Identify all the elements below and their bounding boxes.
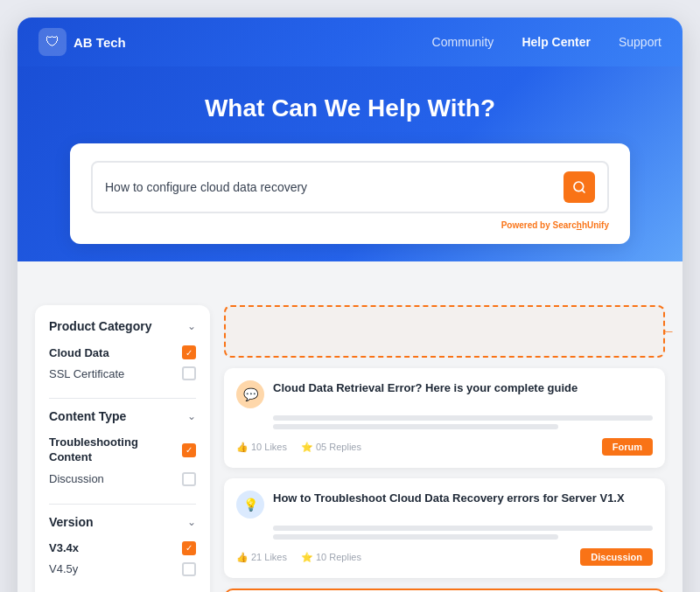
card-header-1: 💬 Cloud Data Retrieval Error? Here is yo… — [236, 380, 653, 408]
sidebar-filters: Product Category ⌄ Cloud Data ✓ SSL Cert… — [35, 305, 210, 592]
filter-item-v45: V4.5y — [49, 559, 196, 580]
nav-link-support[interactable]: Support — [619, 35, 662, 49]
card-meta-1: 👍 10 Likes ⭐ 05 Replies — [236, 442, 361, 453]
card-title-1: Cloud Data Retrieval Error? Here is your… — [273, 380, 653, 396]
top-nav: 🛡 AB Tech Community Help Center Support — [18, 17, 682, 66]
filter-item-label: V3.4x — [49, 541, 79, 554]
card-header-2: 💡 How to Troubleshoot Cloud Data Recover… — [236, 491, 653, 519]
search-input[interactable] — [105, 180, 556, 194]
placeholder-area: ← — [224, 305, 665, 358]
hero-title: What Can We Help With? — [52, 94, 648, 122]
result-card-3-wrapper: ▶ Configuring Data Restoration Error: 5 … — [224, 589, 665, 592]
filter-item-label: SSL Certificate — [49, 367, 124, 380]
checkbox-v45[interactable] — [182, 562, 196, 576]
filter-content-type: Content Type ⌄ Troubleshooting Content ✓… — [49, 409, 196, 490]
checkbox-discussion[interactable] — [182, 472, 196, 486]
logo-icon: 🛡 — [38, 28, 66, 56]
likes-count-2: 👍 21 Likes — [236, 552, 287, 563]
card-line — [273, 415, 653, 421]
search-bar — [91, 161, 609, 213]
placeholder-box — [224, 305, 665, 358]
result-badge-1[interactable]: Forum — [602, 438, 653, 456]
filter-content-type-title: Content Type — [49, 409, 126, 423]
hero-section: What Can We Help With? Powered by Search… — [18, 66, 682, 261]
filter-item-v34: V3.4x ✓ — [49, 538, 196, 559]
arrow-icon: ← — [660, 323, 676, 341]
results-panel: ← 💬 Cloud Data Retrieval Error? Here is … — [224, 305, 665, 592]
checkbox-ssl[interactable] — [182, 366, 196, 380]
search-button[interactable] — [564, 171, 595, 203]
card-line — [273, 526, 653, 531]
filter-product-category-header[interactable]: Product Category ⌄ — [49, 319, 196, 333]
filter-version-header[interactable]: Version ⌄ — [49, 515, 196, 529]
filter-item-label: Cloud Data — [49, 346, 109, 359]
filter-item-discussion: Discussion — [49, 469, 196, 490]
filter-item-cloud-data: Cloud Data ✓ — [49, 342, 196, 363]
replies-count-1: ⭐ 05 Replies — [301, 442, 361, 453]
filter-item-label: Discussion — [49, 472, 104, 485]
likes-count-1: 👍 10 Likes — [236, 442, 287, 453]
powered-by: Powered by SearchhUnify — [91, 220, 609, 230]
result-badge-2[interactable]: Discussion — [580, 548, 653, 566]
card-icon-2: 💡 — [236, 491, 264, 519]
nav-link-community[interactable]: Community — [432, 35, 494, 49]
checkbox-cloud-data[interactable]: ✓ — [182, 345, 196, 359]
result-card-2: 💡 How to Troubleshoot Cloud Data Recover… — [224, 478, 665, 578]
filter-item-ssl: SSL Certificate — [49, 363, 196, 384]
filter-version: Version ⌄ V3.4x ✓ V4.5y — [49, 515, 196, 580]
search-container: Powered by SearchhUnify — [70, 143, 630, 244]
filter-product-category-title: Product Category — [49, 319, 151, 333]
nav-link-help-center[interactable]: Help Center — [522, 35, 591, 49]
divider — [49, 398, 196, 399]
page-container: 🛡 AB Tech Community Help Center Support … — [18, 17, 682, 592]
nav-links: Community Help Center Support — [432, 35, 662, 49]
card-lines-2 — [273, 526, 653, 540]
replies-count-2: ⭐ 10 Replies — [301, 552, 361, 563]
filter-content-type-header[interactable]: Content Type ⌄ — [49, 409, 196, 423]
logo-text: AB Tech — [74, 35, 126, 50]
card-title-2: How to Troubleshoot Cloud Data Recovery … — [273, 491, 653, 506]
checkbox-troubleshooting[interactable]: ✓ — [182, 443, 196, 457]
checkbox-v34[interactable]: ✓ — [182, 541, 196, 555]
card-footer-2: 👍 21 Likes ⭐ 10 Replies Discussion — [236, 548, 653, 566]
result-card-1: 💬 Cloud Data Retrieval Error? Here is yo… — [224, 368, 665, 468]
filter-version-title: Version — [49, 515, 94, 529]
chevron-down-icon: ⌄ — [187, 516, 196, 528]
filter-item-troubleshooting: Troubleshooting Content ✓ — [49, 432, 196, 469]
card-icon-1: 💬 — [236, 380, 264, 408]
card-meta-2: 👍 21 Likes ⭐ 10 Replies — [236, 552, 361, 563]
svg-line-1 — [582, 190, 584, 192]
filter-item-label: V4.5y — [49, 562, 78, 575]
main-content: Product Category ⌄ Cloud Data ✓ SSL Cert… — [18, 261, 682, 592]
filter-item-label: Troubleshooting Content — [49, 435, 163, 465]
card-line — [273, 534, 558, 540]
divider — [49, 504, 196, 505]
filter-product-category: Product Category ⌄ Cloud Data ✓ SSL Cert… — [49, 319, 196, 384]
chevron-down-icon: ⌄ — [187, 320, 196, 332]
chevron-down-icon: ⌄ — [187, 410, 196, 422]
card-lines-1 — [273, 415, 653, 429]
card-line — [273, 424, 558, 429]
card-footer-1: 👍 10 Likes ⭐ 05 Replies Forum — [236, 438, 653, 456]
result-card-3: ▶ Configuring Data Restoration Error: 5 … — [224, 589, 665, 592]
nav-logo: 🛡 AB Tech — [38, 28, 126, 56]
